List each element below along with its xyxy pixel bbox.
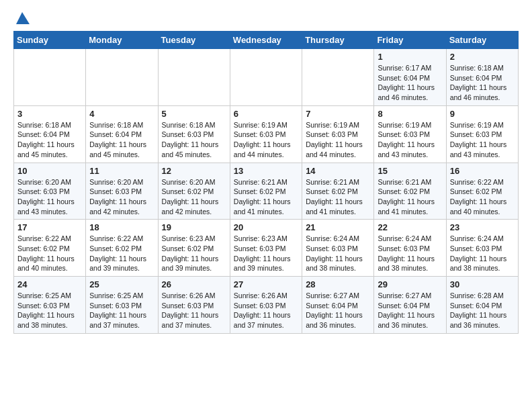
logo-icon — [15, 11, 30, 26]
page: SundayMondayTuesdayWednesdayThursdayFrid… — [0, 0, 532, 345]
calendar-header-row: SundayMondayTuesdayWednesdayThursdayFrid… — [14, 32, 519, 49]
day-number: 24 — [17, 279, 82, 289]
day-number: 3 — [17, 109, 82, 119]
cell-info: Sunrise: 6:25 AM Sunset: 6:03 PM Dayligh… — [17, 291, 82, 330]
calendar-cell: 27Sunrise: 6:26 AM Sunset: 6:03 PM Dayli… — [230, 277, 302, 334]
svg-marker-0 — [16, 12, 30, 24]
cell-info: Sunrise: 6:19 AM Sunset: 6:03 PM Dayligh… — [306, 120, 370, 160]
logo — [13, 11, 30, 26]
cell-info: Sunrise: 6:27 AM Sunset: 6:04 PM Dayligh… — [306, 291, 370, 330]
cell-info: Sunrise: 6:23 AM Sunset: 6:02 PM Dayligh… — [162, 234, 226, 273]
calendar-cell: 12Sunrise: 6:20 AM Sunset: 6:02 PM Dayli… — [158, 163, 230, 220]
calendar-week-row: 3Sunrise: 6:18 AM Sunset: 6:04 PM Daylig… — [14, 105, 519, 163]
calendar-cell: 8Sunrise: 6:19 AM Sunset: 6:03 PM Daylig… — [374, 105, 446, 163]
day-number: 20 — [234, 222, 298, 232]
calendar-cell: 19Sunrise: 6:23 AM Sunset: 6:02 PM Dayli… — [158, 220, 230, 277]
calendar-table: SundayMondayTuesdayWednesdayThursdayFrid… — [13, 31, 519, 334]
calendar-cell: 30Sunrise: 6:28 AM Sunset: 6:04 PM Dayli… — [446, 277, 518, 334]
cell-info: Sunrise: 6:21 AM Sunset: 6:02 PM Dayligh… — [378, 177, 442, 217]
calendar-cell: 2Sunrise: 6:18 AM Sunset: 6:04 PM Daylig… — [446, 49, 518, 106]
cell-info: Sunrise: 6:19 AM Sunset: 6:03 PM Dayligh… — [234, 120, 298, 160]
cell-info: Sunrise: 6:20 AM Sunset: 6:03 PM Dayligh… — [89, 177, 154, 217]
day-number: 9 — [450, 109, 515, 119]
day-number: 22 — [378, 222, 442, 232]
day-number: 12 — [162, 166, 226, 176]
calendar-cell: 29Sunrise: 6:27 AM Sunset: 6:04 PM Dayli… — [374, 277, 446, 334]
calendar-cell: 1Sunrise: 6:17 AM Sunset: 6:04 PM Daylig… — [374, 49, 446, 106]
calendar-cell: 22Sunrise: 6:24 AM Sunset: 6:03 PM Dayli… — [374, 220, 446, 277]
calendar-cell: 4Sunrise: 6:18 AM Sunset: 6:04 PM Daylig… — [86, 105, 158, 163]
calendar-cell — [14, 49, 86, 106]
calendar-cell: 7Sunrise: 6:19 AM Sunset: 6:03 PM Daylig… — [302, 105, 374, 163]
day-number: 13 — [234, 166, 298, 176]
calendar-cell: 3Sunrise: 6:18 AM Sunset: 6:04 PM Daylig… — [14, 105, 86, 163]
day-number: 23 — [450, 222, 515, 232]
day-number: 18 — [89, 222, 154, 232]
day-number: 4 — [89, 109, 154, 119]
day-number: 2 — [450, 52, 515, 62]
calendar-cell: 11Sunrise: 6:20 AM Sunset: 6:03 PM Dayli… — [86, 163, 158, 220]
calendar-cell: 23Sunrise: 6:24 AM Sunset: 6:03 PM Dayli… — [446, 220, 518, 277]
calendar-cell: 10Sunrise: 6:20 AM Sunset: 6:03 PM Dayli… — [14, 163, 86, 220]
calendar-cell: 14Sunrise: 6:21 AM Sunset: 6:02 PM Dayli… — [302, 163, 374, 220]
day-number: 17 — [17, 222, 82, 232]
calendar-cell: 13Sunrise: 6:21 AM Sunset: 6:02 PM Dayli… — [230, 163, 302, 220]
calendar-week-row: 1Sunrise: 6:17 AM Sunset: 6:04 PM Daylig… — [14, 49, 519, 106]
cell-info: Sunrise: 6:18 AM Sunset: 6:04 PM Dayligh… — [450, 63, 515, 103]
day-of-week-monday: Monday — [86, 32, 158, 49]
cell-info: Sunrise: 6:18 AM Sunset: 6:04 PM Dayligh… — [89, 120, 154, 160]
calendar-cell — [158, 49, 230, 106]
day-number: 10 — [17, 166, 82, 176]
cell-info: Sunrise: 6:20 AM Sunset: 6:02 PM Dayligh… — [162, 177, 226, 217]
calendar-cell — [86, 49, 158, 106]
day-number: 27 — [234, 279, 298, 289]
day-number: 5 — [162, 109, 226, 119]
cell-info: Sunrise: 6:23 AM Sunset: 6:03 PM Dayligh… — [234, 234, 298, 273]
calendar-cell: 6Sunrise: 6:19 AM Sunset: 6:03 PM Daylig… — [230, 105, 302, 163]
day-number: 8 — [378, 109, 442, 119]
cell-info: Sunrise: 6:19 AM Sunset: 6:03 PM Dayligh… — [378, 120, 442, 160]
header — [13, 11, 519, 26]
day-number: 14 — [306, 166, 370, 176]
cell-info: Sunrise: 6:26 AM Sunset: 6:03 PM Dayligh… — [162, 291, 226, 330]
calendar-cell — [302, 49, 374, 106]
cell-info: Sunrise: 6:18 AM Sunset: 6:03 PM Dayligh… — [162, 120, 226, 160]
cell-info: Sunrise: 6:17 AM Sunset: 6:04 PM Dayligh… — [378, 63, 442, 103]
day-number: 28 — [306, 279, 370, 289]
day-number: 16 — [450, 166, 515, 176]
calendar-cell: 24Sunrise: 6:25 AM Sunset: 6:03 PM Dayli… — [14, 277, 86, 334]
cell-info: Sunrise: 6:24 AM Sunset: 6:03 PM Dayligh… — [450, 234, 515, 273]
calendar-cell: 16Sunrise: 6:22 AM Sunset: 6:02 PM Dayli… — [446, 163, 518, 220]
cell-info: Sunrise: 6:24 AM Sunset: 6:03 PM Dayligh… — [306, 234, 370, 273]
calendar-cell: 20Sunrise: 6:23 AM Sunset: 6:03 PM Dayli… — [230, 220, 302, 277]
day-number: 21 — [306, 222, 370, 232]
calendar-cell: 25Sunrise: 6:25 AM Sunset: 6:03 PM Dayli… — [86, 277, 158, 334]
day-of-week-saturday: Saturday — [446, 32, 518, 49]
cell-info: Sunrise: 6:25 AM Sunset: 6:03 PM Dayligh… — [89, 291, 154, 330]
day-number: 15 — [378, 166, 442, 176]
day-number: 19 — [162, 222, 226, 232]
cell-info: Sunrise: 6:22 AM Sunset: 6:02 PM Dayligh… — [89, 234, 154, 273]
day-of-week-tuesday: Tuesday — [158, 32, 230, 49]
cell-info: Sunrise: 6:24 AM Sunset: 6:03 PM Dayligh… — [378, 234, 442, 273]
day-of-week-sunday: Sunday — [14, 32, 86, 49]
calendar-cell: 18Sunrise: 6:22 AM Sunset: 6:02 PM Dayli… — [86, 220, 158, 277]
cell-info: Sunrise: 6:26 AM Sunset: 6:03 PM Dayligh… — [234, 291, 298, 330]
calendar-week-row: 10Sunrise: 6:20 AM Sunset: 6:03 PM Dayli… — [14, 163, 519, 220]
calendar-cell: 21Sunrise: 6:24 AM Sunset: 6:03 PM Dayli… — [302, 220, 374, 277]
day-number: 26 — [162, 279, 226, 289]
calendar-cell: 5Sunrise: 6:18 AM Sunset: 6:03 PM Daylig… — [158, 105, 230, 163]
cell-info: Sunrise: 6:18 AM Sunset: 6:04 PM Dayligh… — [17, 120, 82, 160]
calendar-cell: 26Sunrise: 6:26 AM Sunset: 6:03 PM Dayli… — [158, 277, 230, 334]
cell-info: Sunrise: 6:22 AM Sunset: 6:02 PM Dayligh… — [450, 177, 515, 217]
calendar-cell: 17Sunrise: 6:22 AM Sunset: 6:02 PM Dayli… — [14, 220, 86, 277]
calendar-cell: 15Sunrise: 6:21 AM Sunset: 6:02 PM Dayli… — [374, 163, 446, 220]
cell-info: Sunrise: 6:27 AM Sunset: 6:04 PM Dayligh… — [378, 291, 442, 330]
day-of-week-wednesday: Wednesday — [230, 32, 302, 49]
day-number: 30 — [450, 279, 515, 289]
cell-info: Sunrise: 6:22 AM Sunset: 6:02 PM Dayligh… — [17, 234, 82, 273]
day-of-week-thursday: Thursday — [302, 32, 374, 49]
day-number: 11 — [89, 166, 154, 176]
cell-info: Sunrise: 6:19 AM Sunset: 6:03 PM Dayligh… — [450, 120, 515, 160]
calendar-cell — [230, 49, 302, 106]
